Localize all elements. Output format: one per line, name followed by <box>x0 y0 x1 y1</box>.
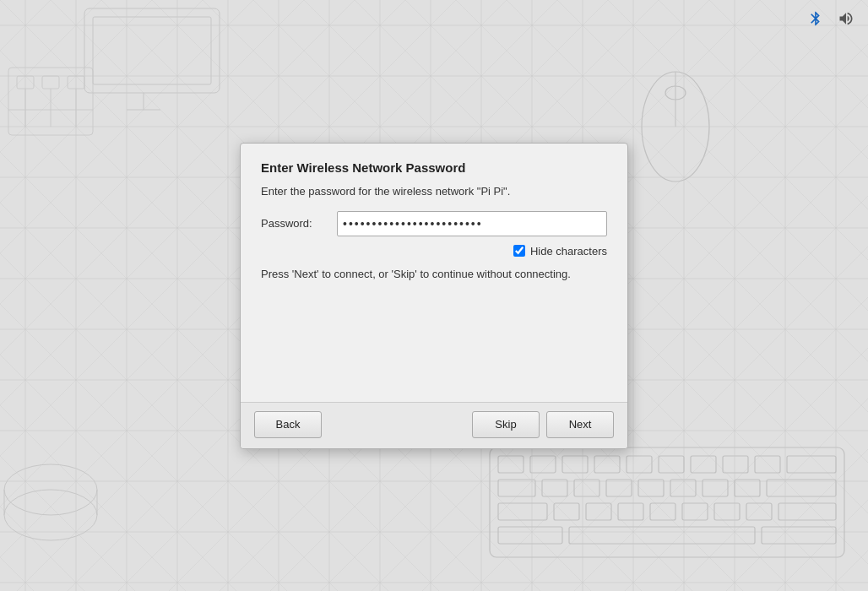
dialog-footer: Back Skip Next <box>241 402 627 448</box>
password-row: Password: <box>261 211 607 236</box>
hide-characters-label[interactable]: Hide characters <box>530 245 607 258</box>
next-button[interactable]: Next <box>546 411 614 438</box>
dialog-body: Enter Wireless Network Password Enter th… <box>241 144 627 402</box>
dialog-info-text: Press 'Next' to connect, or 'Skip' to co… <box>261 268 607 280</box>
password-label: Password: <box>261 217 337 230</box>
hide-characters-checkbox[interactable] <box>513 245 525 257</box>
back-button[interactable]: Back <box>254 411 322 438</box>
dialog-overlay: Enter Wireless Network Password Enter th… <box>0 0 868 591</box>
right-buttons: Skip Next <box>472 411 614 438</box>
wireless-password-dialog: Enter Wireless Network Password Enter th… <box>240 143 628 449</box>
password-input[interactable] <box>337 211 607 236</box>
dialog-title: Enter Wireless Network Password <box>261 160 607 175</box>
skip-button[interactable]: Skip <box>472 411 540 438</box>
dialog-subtitle: Enter the password for the wireless netw… <box>261 185 607 198</box>
dialog-spacer <box>261 287 607 388</box>
hide-characters-row: Hide characters <box>261 245 607 258</box>
